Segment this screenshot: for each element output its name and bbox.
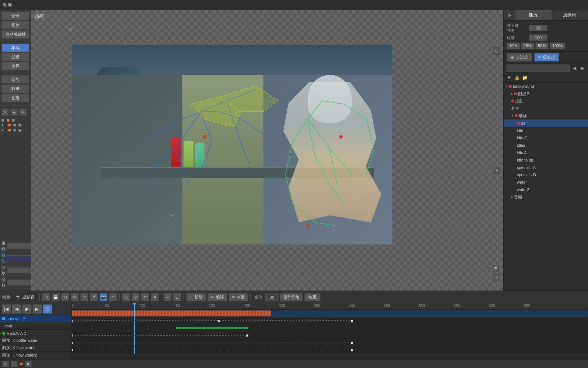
layer-water2[interactable]: water2 [504,186,588,193]
play-prev-btn[interactable]: ◀ [12,304,21,314]
btn-姿势[interactable]: 姿势 [1,75,29,84]
mode-interpolate-btn[interactable]: ✏ 插值式 [534,53,559,62]
kf-dot-kflow-2 [351,342,353,344]
track-label-rgba[interactable]: RGBA: A 2 [0,330,71,337]
tl-adjust-mode-btn[interactable]: ✏ 调整 [229,293,248,301]
canvas-zoom-out-btn[interactable]: 🔍 [493,265,500,272]
play-loop-btn[interactable]: ⊡ [43,304,52,314]
canvas-area[interactable]: 动画 + [31,10,503,291]
layer-special-d[interactable]: special - D [504,171,588,178]
layer-search-input[interactable] [506,65,570,72]
layer-audio[interactable]: ▶ 音频 [504,193,588,201]
layer-water[interactable]: water [504,178,588,186]
layer-folder-icon[interactable]: 📁 [521,74,528,81]
right-icon-1[interactable]: ⚙ [506,12,512,19]
layer-idle-to-sp[interactable]: idle to sp... [504,156,588,164]
tl-rewind-btn[interactable]: ↩ [141,293,149,301]
tl-layout-btn[interactable]: ⊡ [61,293,69,301]
canvas-fit-btn[interactable]: ⊡ [493,47,500,55]
track-row-kflow[interactable] [72,339,588,347]
tool-pen-icon[interactable]: ✏ [19,108,27,116]
play-btn[interactable]: ▶ [22,304,32,314]
tl-delete-btn[interactable]: ✕ [151,293,159,301]
tree-nav-back[interactable]: ◀ [571,65,578,72]
btn-权重[interactable]: 权重 [1,84,29,93]
dot-9 [18,129,21,132]
tree-nav-forward[interactable]: ▶ [579,65,586,72]
tl-shape2-btn[interactable]: ∟ [173,293,181,301]
tl-offset-mode-btn[interactable]: ⇔ 偏移 [207,293,227,301]
play-next-btn[interactable]: ▶| [32,304,42,314]
tl-save-btn[interactable]: 💾 [52,293,60,301]
layer-background[interactable]: ▼ background [504,83,588,90]
tab-layer-tree[interactable]: 层级树 [552,10,588,20]
canvas-fullscreen-btn[interactable]: ⤢ [493,274,500,281]
track-row-special-a[interactable] [72,310,588,317]
speed-btn-10[interactable]: 10% [507,42,520,49]
track-row-kflow2[interactable] [72,347,588,354]
track-label-kbottle[interactable]: 附加: K bottle water [0,337,71,344]
tl-undo-btn[interactable]: ↺ [90,293,98,301]
btn-世界[interactable]: 世界 [1,62,29,70]
btn-父级[interactable]: 父级 [1,53,29,61]
track-row-kbottle[interactable] [72,332,588,339]
track-label-kflow2[interactable]: 附加: K flow water2 [0,352,71,359]
track-label-kflow[interactable]: 附加: K flow water [0,344,71,352]
tl-select-btn[interactable]: □ [122,293,130,301]
tool-move-icon[interactable]: ✚ [10,108,18,116]
speed-btn-100[interactable]: 100% [550,42,565,49]
layer-animation-group[interactable]: ▼ 动画 [504,112,588,119]
layer-event[interactable]: 事件 [504,105,588,112]
tool-select-icon[interactable]: ↖ [1,108,9,116]
btn-创建[interactable]: 创建 [1,94,29,102]
speed-input[interactable] [529,34,547,41]
canvas-illustration[interactable]: + + + + [72,45,392,244]
tl-wave-btn[interactable]: 〜 [109,293,117,301]
tab-camera[interactable]: 📷 摄影表 [13,294,37,301]
btn-自动关键帧[interactable]: 自动关键帧 [1,30,29,39]
track-label-root[interactable]: root [0,322,71,330]
layer-idleA[interactable]: idle A [504,149,588,156]
footer-scroll-btn[interactable]: ▶ [25,361,32,367]
speed-btn-50[interactable]: 50% [535,42,549,49]
layer-lock-icon[interactable]: 🔒 [514,74,520,81]
play-start-btn[interactable]: |◀ [1,304,11,314]
tl-current-frame-input[interactable] [265,294,279,301]
track-label-special-a[interactable]: special - A [0,315,71,322]
layer-skin[interactable]: 皮肤 [504,97,588,105]
footer-btn-1[interactable]: + [2,361,9,367]
tl-diamond-btn[interactable]: ◇ [132,293,140,301]
track-row-root[interactable] [72,317,588,324]
tick-label-300: 300 [279,304,285,308]
sep-5 [250,294,251,301]
speed-btn-25[interactable]: 25% [521,42,534,49]
tl-end-btn[interactable]: 结束 [304,293,321,301]
layer-ear[interactable]: ear [504,119,588,127]
tl-camera-btn[interactable]: 📷 [99,293,108,301]
track-row-rgba[interactable] [72,324,588,332]
tick-50: 50 [107,303,107,310]
btn-骨骼[interactable]: 骨骼 [1,12,29,20]
tl-sync-label: 同步 [2,294,10,300]
layer-layer5[interactable]: ▶ 图层 5 [504,90,588,97]
name-water: water [517,180,527,184]
btn-本地[interactable]: 本地 [1,44,29,52]
layer-special-a[interactable]: special - A [504,164,588,171]
tl-grid-btn[interactable]: ⊞ [42,293,50,301]
layer-visibility-icon[interactable]: 👁 [506,74,512,81]
layer-idleD[interactable]: idle-D [504,134,588,142]
tl-close-btn[interactable]: ✕ [80,293,88,301]
layer-idle2[interactable]: idle2 [504,142,588,149]
mode-step-btn[interactable]: ⏭ 步进式 [507,53,532,62]
tl-shape1-btn[interactable]: ⌐ [164,293,172,301]
tl-loop-start-btn[interactable]: 循环开始 [280,293,303,301]
tab-playback[interactable]: 播放 [515,10,552,20]
layer-idle[interactable]: idle [504,127,588,134]
tl-filter-btn[interactable]: ⚙ [71,293,79,301]
tl-move-mode-btn[interactable]: ↔ 移动 [186,293,206,301]
fps-input[interactable] [529,25,547,31]
canvas-zoom-in-btn[interactable]: + [493,167,500,174]
timeline-tracks-scroll[interactable]: 0 50 100 150 200 250 300 350 400 450 500… [72,303,588,359]
footer-btn-2[interactable]: - [11,361,18,367]
btn-图片[interactable]: 图片 [1,21,29,29]
